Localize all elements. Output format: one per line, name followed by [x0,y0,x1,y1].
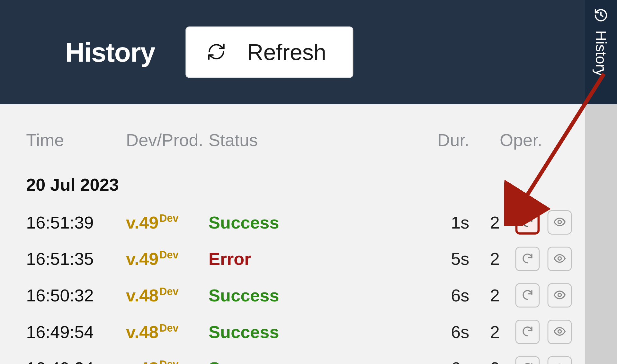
col-header-status: Status [209,130,313,163]
cell-time: 16:49:54 [26,316,126,348]
view-button[interactable] [548,283,572,308]
spacer [313,326,365,338]
rerun-button[interactable] [515,320,540,344]
cell-status: Success [209,206,313,238]
side-tab-label: History [593,30,610,76]
cell-duration: 1s [365,206,469,238]
rerun-button[interactable] [515,356,540,364]
spacer [313,253,365,265]
cell-status: Success [209,280,313,311]
cell-oper-count: 2 [469,206,500,238]
cell-time: 16:51:35 [26,243,126,275]
rerun-icon [521,252,534,266]
date-group: 20 Jul 2023 [26,163,572,204]
rerun-icon [521,288,534,303]
view-button[interactable] [548,356,572,364]
col-header-time: Time [26,130,126,163]
spacer [313,289,365,301]
cell-operations [500,350,572,364]
cell-version: v.48Dev [126,316,209,348]
cell-time: 16:51:39 [26,206,126,238]
cell-status: Success [209,316,313,348]
rerun-icon [521,215,534,230]
eye-icon [553,361,566,364]
history-icon [594,8,608,24]
svg-point-0 [558,220,561,223]
cell-oper-count: 2 [469,316,500,348]
refresh-button[interactable]: Refresh [185,27,353,78]
view-button[interactable] [548,320,572,344]
rerun-button[interactable] [515,210,540,235]
spacer [313,216,365,229]
view-button[interactable] [548,210,572,235]
cell-version: v.49Dev [126,243,209,275]
cell-time: 16:49:34 [26,352,126,364]
eye-icon [553,288,566,303]
history-header: History Refresh [0,0,617,104]
col-header-devprod: Dev/Prod. [126,130,209,163]
cell-oper-count: 2 [469,243,500,275]
eye-icon [553,252,566,266]
cell-version: v.48Dev [126,352,209,364]
page-title: History [65,37,155,67]
spacer [313,140,365,153]
refresh-icon [206,41,226,63]
cell-operations [500,241,572,277]
cell-duration: 6s [365,280,469,311]
cell-version: v.48Dev [126,280,209,311]
history-content: Time Dev/Prod. Status Dur. Oper. 20 Jul … [0,104,585,364]
cell-status: Success [209,352,313,364]
cell-status: Error [209,243,313,275]
side-tab-history[interactable]: History [585,0,617,104]
rerun-icon [521,325,534,339]
spacer [469,140,500,153]
cell-operations [500,314,572,350]
eye-icon [553,215,566,230]
cell-time: 16:50:32 [26,280,126,311]
svg-point-1 [558,256,561,260]
cell-operations [500,277,572,314]
scrollbar-gutter[interactable] [585,104,617,364]
refresh-button-label: Refresh [247,39,326,65]
svg-point-2 [558,293,561,296]
cell-oper-count: 2 [469,352,500,364]
rerun-button[interactable] [515,283,540,308]
rerun-button[interactable] [515,247,540,271]
cell-oper-count: 2 [469,280,500,311]
cell-operations [500,204,572,241]
spacer [313,362,365,364]
cell-duration: 6s [365,316,469,348]
col-header-duration: Dur. [365,130,469,163]
eye-icon [553,325,566,339]
cell-duration: 5s [365,243,469,275]
cell-duration: 6s [365,352,469,364]
view-button[interactable] [548,247,572,271]
rerun-icon [521,361,534,364]
cell-version: v.49Dev [126,206,209,238]
col-header-oper: Oper. [500,130,572,163]
svg-point-3 [558,330,561,333]
